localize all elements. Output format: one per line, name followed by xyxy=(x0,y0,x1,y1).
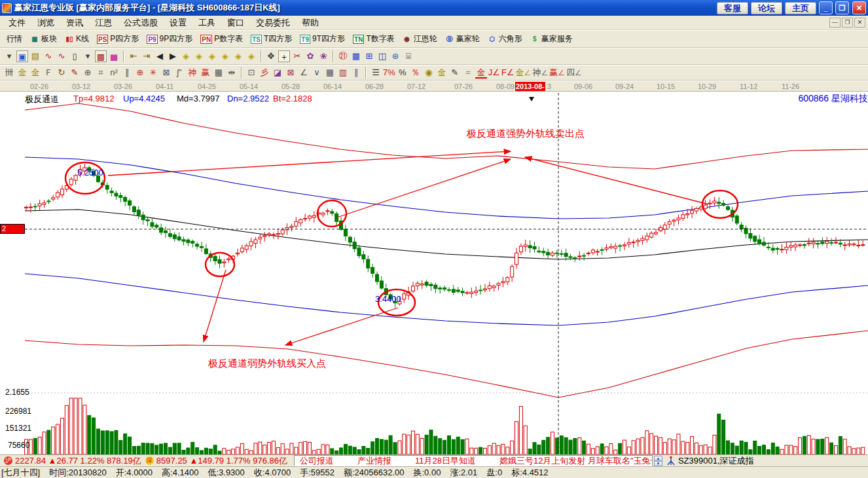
web-box-icon[interactable]: ⊠ xyxy=(160,67,172,79)
kline-style-icon[interactable]: ▩ xyxy=(95,50,107,62)
span-arrows-icon[interactable]: ⇹ xyxy=(226,67,238,79)
j-angle-icon[interactable]: J∠ xyxy=(488,67,500,79)
menu-item-0[interactable]: 文件 xyxy=(3,16,31,30)
shen-tool-icon[interactable]: 神 xyxy=(187,67,198,79)
gold-underline-icon[interactable]: 金 xyxy=(475,67,487,79)
n2-tool-icon[interactable]: n² xyxy=(108,67,120,79)
ying-tool-icon[interactable]: 赢 xyxy=(200,67,211,79)
calendar-icon[interactable]: ㉑ xyxy=(337,50,349,62)
home-button[interactable]: 主页 xyxy=(785,2,816,14)
annotation-arrow-2[interactable] xyxy=(337,159,511,217)
compress-h-icon[interactable]: ◈ xyxy=(219,50,231,62)
p-square-button[interactable]: PSP四方形 xyxy=(93,32,143,46)
notepad-icon[interactable]: ⊞ xyxy=(363,50,375,62)
t-table-button[interactable]: TNT数字表 xyxy=(349,32,399,46)
gann-tool-icon[interactable]: ✿ xyxy=(304,50,316,62)
hexagon-button[interactable]: ⬡六角形 xyxy=(484,32,526,46)
gann-gold2-icon[interactable]: 金 xyxy=(29,67,41,79)
candle-tool-icon[interactable]: ▯ xyxy=(69,50,81,62)
current-index-label[interactable]: SZ399001,深证成指 xyxy=(678,455,754,467)
sell-point-annotation[interactable]: 极反通道强势外轨线卖出点 xyxy=(467,128,585,140)
save-icon[interactable]: ◫ xyxy=(376,50,388,62)
pan-right-icon[interactable]: ◈ xyxy=(193,50,205,62)
mdi-minimize-button[interactable]: — xyxy=(829,18,841,28)
maze-tool-icon[interactable]: ❀ xyxy=(317,50,329,62)
quotes-button[interactable]: 行情 xyxy=(3,32,26,46)
workstation-icon[interactable]: ⌸ xyxy=(403,50,414,62)
star-web-icon[interactable]: ✳ xyxy=(147,67,159,79)
cut-icon[interactable]: ✂ xyxy=(291,50,303,62)
bars-9-icon[interactable]: ∿ xyxy=(56,50,67,62)
menu-item-6[interactable]: 工具 xyxy=(192,16,221,30)
compress-all-icon[interactable]: ◈ xyxy=(245,50,257,62)
pan-left-icon[interactable]: ◈ xyxy=(180,50,192,62)
wave-a-icon[interactable]: ≈ xyxy=(462,67,474,79)
f-angle-icon[interactable]: F∠ xyxy=(501,67,515,79)
pct7-icon[interactable]: 7% xyxy=(383,67,395,79)
service-button[interactable]: 客服 xyxy=(717,2,748,14)
spiral-icon[interactable]: ↻ xyxy=(56,67,67,79)
forum-button[interactable]: 论坛 xyxy=(751,2,782,14)
cross-box-icon[interactable]: ⊠ xyxy=(285,67,297,79)
mark-circle-2[interactable] xyxy=(206,253,234,276)
info-panel-icon[interactable]: ▤ xyxy=(29,50,41,62)
mdi-restore-button[interactable]: ❐ xyxy=(842,18,853,28)
hand-icon[interactable]: ✥ xyxy=(265,50,277,62)
pen-marker-icon[interactable]: ✎ xyxy=(69,67,81,79)
p-table-button[interactable]: PNP数字表 xyxy=(196,32,247,46)
mirror-lines-icon[interactable]: ∥ xyxy=(121,67,133,79)
menu-item-7[interactable]: 窗口 xyxy=(221,16,250,30)
gold-circle-icon[interactable]: ◉ xyxy=(423,67,435,79)
f-square-icon[interactable]: Ｆ xyxy=(43,67,54,79)
annotation-arrow-4[interactable] xyxy=(204,270,226,342)
ruler-grid-icon[interactable]: ▦ xyxy=(213,67,225,79)
mdi-close-button[interactable]: ✕ xyxy=(854,18,865,28)
menu-item-5[interactable]: 设置 xyxy=(164,16,192,30)
grid-box-b-icon[interactable]: ▥ xyxy=(337,67,349,79)
grid-tool-icon[interactable]: 卌 xyxy=(3,67,15,79)
buy-point-annotation[interactable]: 极反通道弱势外轨线买入点 xyxy=(208,358,326,370)
calculator-icon[interactable]: ▦ xyxy=(350,50,362,62)
ink-brush-icon[interactable]: ✎ xyxy=(449,67,461,79)
circle-cross-icon[interactable]: ⊕ xyxy=(82,67,94,79)
si-angle-icon[interactable]: 四∠ xyxy=(566,67,582,79)
zigzag-icon[interactable]: ∨ xyxy=(311,67,323,79)
pct-icon[interactable]: % xyxy=(397,67,408,79)
box-handle-icon[interactable]: ⊡ xyxy=(245,67,257,79)
first-page-icon[interactable]: ⇤ xyxy=(128,50,139,62)
next-icon[interactable]: ▶ xyxy=(167,50,179,62)
news-link-0[interactable]: 公司报道 xyxy=(300,455,334,466)
candle-caret-icon[interactable]: ▾ xyxy=(82,50,94,62)
crosshair-icon[interactable]: ＋ xyxy=(278,50,290,62)
export-icon[interactable]: ⊛ xyxy=(389,50,401,62)
drawn-marks[interactable] xyxy=(65,151,738,345)
gann-gold1-icon[interactable]: 金 xyxy=(16,67,28,79)
close-button[interactable]: ✕ xyxy=(852,1,866,14)
news-link-3[interactable]: 嫦娥三号12月上旬发射 月球车取名"玉兔号" xyxy=(499,455,653,466)
last-page-icon[interactable]: ⇥ xyxy=(141,50,153,62)
price-bars-icon[interactable]: ☰ xyxy=(370,67,382,79)
news-link-1[interactable]: 产业情报 xyxy=(357,455,391,466)
winner-service-button[interactable]: $赢家服务 xyxy=(526,32,577,46)
menu-item-8[interactable]: 交易委托 xyxy=(250,16,296,30)
news-spinner[interactable]: ▲▼ xyxy=(654,456,662,466)
t-square-button[interactable]: TST四方形 xyxy=(247,32,296,46)
p9-square-button[interactable]: P99P四方形 xyxy=(143,32,196,46)
red-circle-cross-icon[interactable]: ⊕ xyxy=(134,67,146,79)
dropdown-caret-icon[interactable]: ▾ xyxy=(3,50,15,62)
pct-line-icon[interactable]: ％ xyxy=(410,67,422,79)
ying-angle-icon[interactable]: 赢∠ xyxy=(549,67,565,79)
grid-box-a-icon[interactable]: ▦ xyxy=(324,67,336,79)
candlestick-chart[interactable] xyxy=(0,92,868,454)
chart-area[interactable]: 极反通道 Tp=4.9812 Up=4.4245 Md=3.7997 Dn=2.… xyxy=(0,92,868,454)
angle-line-icon[interactable]: ∠ xyxy=(298,67,310,79)
restore-button[interactable]: ❐ xyxy=(835,1,849,14)
menu-item-9[interactable]: 帮助 xyxy=(296,16,325,30)
kline-button[interactable]: ▮▯K线 xyxy=(61,32,93,46)
news-link-2[interactable]: 11月28日早知道 xyxy=(415,455,476,466)
t9-square-button[interactable]: T99T四方形 xyxy=(296,32,349,46)
gann-wheel-button[interactable]: ◉江恩轮 xyxy=(399,32,441,46)
expand-all-icon[interactable]: ◈ xyxy=(232,50,244,62)
wave-quote-icon[interactable]: ʃ" xyxy=(173,67,185,79)
annotation-arrow-1[interactable] xyxy=(108,151,511,175)
